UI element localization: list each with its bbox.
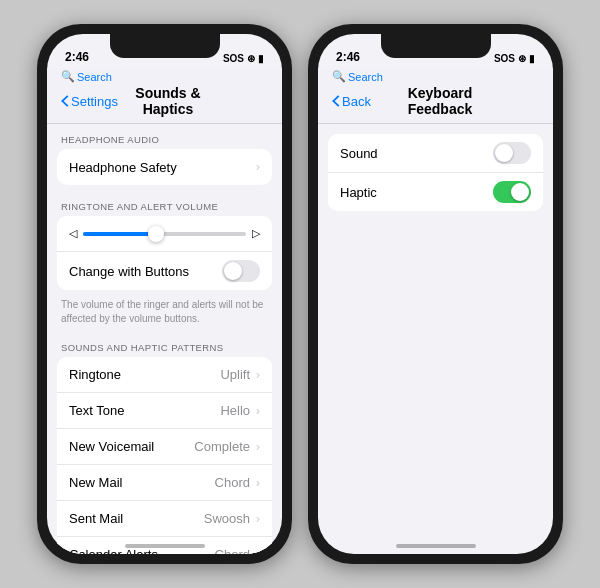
headphone-safety-item[interactable]: Headphone Safety › bbox=[57, 149, 272, 185]
headphone-safety-chevron: › bbox=[256, 160, 260, 174]
haptic-item[interactable]: Haptic bbox=[328, 173, 543, 211]
status-icons-left: SOS ⊛ ▮ bbox=[223, 53, 264, 64]
change-buttons-toggle[interactable] bbox=[222, 260, 260, 282]
list-volume: ◁ ▷ Change with Buttons bbox=[57, 216, 272, 290]
wifi-left: ⊛ bbox=[247, 53, 255, 64]
haptic-toggle[interactable] bbox=[493, 181, 531, 203]
search-icon-right: 🔍 bbox=[332, 70, 346, 83]
ringtone-item[interactable]: Ringtone Uplift › bbox=[57, 357, 272, 393]
change-with-buttons-label: Change with Buttons bbox=[69, 264, 222, 279]
new-voicemail-chevron: › bbox=[256, 440, 260, 454]
new-mail-label: New Mail bbox=[69, 475, 215, 490]
sound-toggle[interactable] bbox=[493, 142, 531, 164]
signal-left: SOS bbox=[223, 53, 244, 64]
phone-right: 2:46 SOS ⊛ ▮ 🔍 Search Back Keyboard Feed… bbox=[308, 24, 563, 564]
time-right: 2:46 bbox=[336, 50, 360, 64]
time-left: 2:46 bbox=[65, 50, 89, 64]
scroll-right: Sound Haptic bbox=[318, 124, 553, 554]
text-tone-item[interactable]: Text Tone Hello › bbox=[57, 393, 272, 429]
new-voicemail-label: New Voicemail bbox=[69, 439, 194, 454]
vol-low-icon: ◁ bbox=[69, 227, 77, 240]
notch-right bbox=[381, 34, 491, 58]
toggle-thumb bbox=[224, 262, 242, 280]
wifi-right: ⊛ bbox=[518, 53, 526, 64]
home-bar-right bbox=[396, 544, 476, 548]
nav-bar-right: 🔍 Search Back Keyboard Feedback bbox=[318, 68, 553, 124]
status-icons-right: SOS ⊛ ▮ bbox=[494, 53, 535, 64]
sent-mail-label: Sent Mail bbox=[69, 511, 204, 526]
battery-right: ▮ bbox=[529, 53, 535, 64]
vol-high-icon: ▷ bbox=[252, 227, 260, 240]
new-mail-value: Chord bbox=[215, 475, 250, 490]
list-keyboard-feedback: Sound Haptic bbox=[328, 134, 543, 211]
calendar-alerts-label: Calendar Alerts bbox=[69, 547, 215, 554]
slider-thumb[interactable] bbox=[148, 226, 164, 242]
sound-item[interactable]: Sound bbox=[328, 134, 543, 173]
notch bbox=[110, 34, 220, 58]
sent-mail-value: Swoosh bbox=[204, 511, 250, 526]
text-tone-value: Hello bbox=[220, 403, 250, 418]
calendar-alerts-chevron: › bbox=[256, 548, 260, 555]
scroll-left[interactable]: HEADPHONE AUDIO Headphone Safety › RINGT… bbox=[47, 124, 282, 554]
back-button-right[interactable]: Back bbox=[332, 94, 371, 109]
list-headphone: Headphone Safety › bbox=[57, 149, 272, 185]
new-voicemail-item[interactable]: New Voicemail Complete › bbox=[57, 429, 272, 465]
new-mail-chevron: › bbox=[256, 476, 260, 490]
search-label-left[interactable]: 🔍 Search bbox=[61, 70, 268, 83]
headphone-safety-label: Headphone Safety bbox=[69, 160, 254, 175]
volume-track[interactable] bbox=[83, 232, 246, 236]
volume-note: The volume of the ringer and alerts will… bbox=[47, 296, 282, 332]
ringtone-label: Ringtone bbox=[69, 367, 220, 382]
sent-mail-item[interactable]: Sent Mail Swoosh › bbox=[57, 501, 272, 537]
haptic-toggle-thumb bbox=[511, 183, 529, 201]
search-icon-left: 🔍 bbox=[61, 70, 75, 83]
haptic-label: Haptic bbox=[340, 185, 493, 200]
text-tone-label: Text Tone bbox=[69, 403, 220, 418]
battery-left: ▮ bbox=[258, 53, 264, 64]
slider-fill bbox=[83, 232, 156, 236]
signal-right: SOS bbox=[494, 53, 515, 64]
ringtone-chevron: › bbox=[256, 368, 260, 382]
change-with-buttons-item[interactable]: Change with Buttons bbox=[57, 252, 272, 290]
ringtone-value: Uplift bbox=[220, 367, 250, 382]
text-tone-chevron: › bbox=[256, 404, 260, 418]
sound-label: Sound bbox=[340, 146, 493, 161]
page-title-right: Keyboard Feedback bbox=[377, 85, 503, 117]
calendar-alerts-value: Chord bbox=[215, 547, 250, 554]
new-voicemail-value: Complete bbox=[194, 439, 250, 454]
page-title-left: Sounds & Haptics bbox=[124, 85, 212, 117]
list-sounds: Ringtone Uplift › Text Tone Hello › New … bbox=[57, 357, 272, 554]
nav-bar-left: 🔍 Search Settings Sounds & Haptics bbox=[47, 68, 282, 124]
section-header-sounds: SOUNDS AND HAPTIC PATTERNS bbox=[47, 332, 282, 357]
search-label-right[interactable]: 🔍 Search bbox=[332, 70, 539, 83]
volume-slider-item[interactable]: ◁ ▷ bbox=[57, 216, 272, 252]
back-button-left[interactable]: Settings bbox=[61, 94, 118, 109]
home-bar-left bbox=[125, 544, 205, 548]
section-header-headphone: HEADPHONE AUDIO bbox=[47, 124, 282, 149]
section-header-volume: RINGTONE AND ALERT VOLUME bbox=[47, 191, 282, 216]
sound-toggle-thumb bbox=[495, 144, 513, 162]
sent-mail-chevron: › bbox=[256, 512, 260, 526]
new-mail-item[interactable]: New Mail Chord › bbox=[57, 465, 272, 501]
phone-left: 2:46 SOS ⊛ ▮ 🔍 Search Settings Sounds & … bbox=[37, 24, 292, 564]
